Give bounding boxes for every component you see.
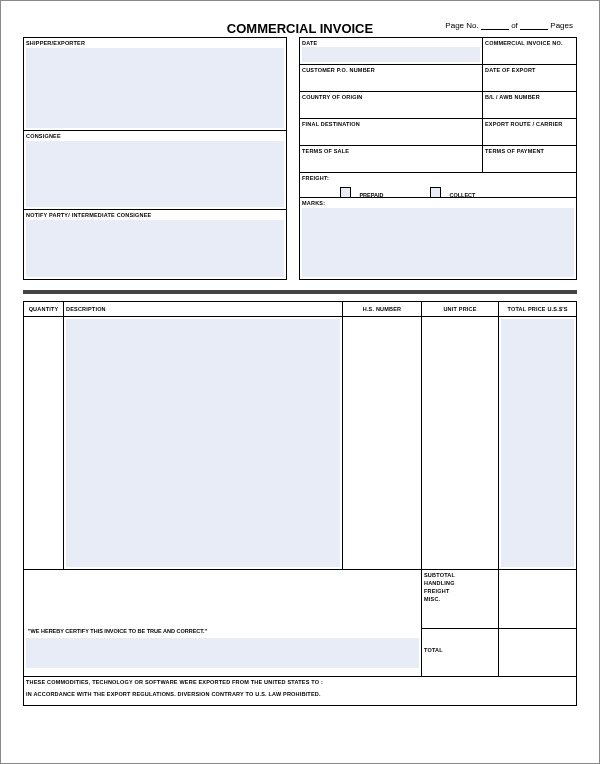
description-fill[interactable]	[66, 319, 340, 567]
marks-label: MARKS:	[300, 198, 576, 206]
freight-label: FREIGHT:	[300, 173, 576, 181]
handling-label: HANDLING	[422, 578, 498, 586]
unit-price-body[interactable]	[421, 316, 499, 570]
terms-payment-box: TERMS OF PAYMENT	[482, 145, 577, 173]
unit-price-label: UNIT PRICE	[422, 302, 498, 312]
section-divider	[23, 290, 577, 294]
terms-sale-box: TERMS OF SALE	[299, 145, 483, 173]
invoice-no-label: COMMERCIAL INVOICE NO.	[483, 38, 576, 46]
invoice-sheet: COMMERCIAL INVOICE Page No. of Pages SHI…	[23, 21, 577, 743]
of-label: of	[511, 21, 518, 30]
document-page: COMMERCIAL INVOICE Page No. of Pages SHI…	[0, 0, 600, 764]
terms-payment-label: TERMS OF PAYMENT	[483, 146, 576, 154]
disclaimer-line2: IN ACCORDANCE WITH THE EXPORT REGULATION…	[24, 685, 576, 697]
disclaimer-box: THESE COMMODITIES, TECHNOLOGY OR SOFTWAR…	[23, 676, 577, 706]
pages-label: Pages	[550, 21, 573, 30]
shipper-exporter-field[interactable]	[26, 48, 284, 128]
page-no-label: Page No.	[445, 21, 478, 30]
page-number: Page No. of Pages	[445, 21, 573, 30]
totals-values-box[interactable]	[498, 569, 577, 629]
disclaimer-line1: THESE COMMODITIES, TECHNOLOGY OR SOFTWAR…	[24, 677, 576, 685]
consignee-box: CONSIGNEE	[23, 130, 287, 210]
freight-box: FREIGHT: PREPAID COLLECT	[299, 172, 577, 198]
customer-po-box: CUSTOMER P.O. NUMBER	[299, 64, 483, 92]
marks-field[interactable]	[302, 208, 574, 277]
col-total-price: TOTAL PRICE U.S.$'S	[498, 301, 577, 317]
total-value-box[interactable]	[498, 628, 577, 677]
country-origin-label: COUNTRY OF ORIGIN	[300, 92, 482, 100]
certify-box: "WE HEREBY CERTIFY THIS INVOICE TO BE TR…	[23, 569, 422, 677]
notify-party-field[interactable]	[26, 220, 284, 277]
date-box: DATE	[299, 37, 483, 65]
total-price-fill[interactable]	[501, 319, 574, 567]
description-label: DESCRIPTION	[64, 302, 342, 312]
final-dest-label: FINAL DESTINATION	[300, 119, 482, 127]
shipper-exporter-label: SHIPPER/EXPORTER	[24, 38, 286, 46]
totals-labels-box: SUBTOTAL HANDLING FREIGHT MISC.	[421, 569, 499, 629]
notify-party-box: NOTIFY PARTY/ INTERMEDIATE CONSIGNEE	[23, 209, 287, 280]
page-no-blank[interactable]	[481, 21, 509, 30]
description-body[interactable]	[63, 316, 343, 570]
final-dest-box: FINAL DESTINATION	[299, 118, 483, 146]
invoice-no-box: COMMERCIAL INVOICE NO.	[482, 37, 577, 65]
hs-body[interactable]	[342, 316, 422, 570]
country-origin-box: COUNTRY OF ORIGIN	[299, 91, 483, 119]
freight-total-label: FREIGHT	[422, 586, 498, 594]
notify-party-label: NOTIFY PARTY/ INTERMEDIATE CONSIGNEE	[24, 210, 286, 218]
consignee-label: CONSIGNEE	[24, 131, 286, 139]
date-label: DATE	[300, 38, 482, 46]
consignee-field[interactable]	[26, 141, 284, 207]
shipper-exporter-box: SHIPPER/EXPORTER	[23, 37, 287, 131]
signature-field[interactable]	[26, 638, 419, 668]
col-description: DESCRIPTION	[63, 301, 343, 317]
terms-sale-label: TERMS OF SALE	[300, 146, 482, 154]
col-unit-price: UNIT PRICE	[421, 301, 499, 317]
export-route-box: EXPORT ROUTE / CARRIER	[482, 118, 577, 146]
hs-number-label: H.S. NUMBER	[343, 302, 421, 312]
subtotal-label: SUBTOTAL	[422, 570, 498, 578]
total-price-body[interactable]	[498, 316, 577, 570]
marks-box: MARKS:	[299, 197, 577, 280]
quantity-body[interactable]	[23, 316, 64, 570]
pages-blank[interactable]	[520, 21, 548, 30]
export-route-label: EXPORT ROUTE / CARRIER	[483, 119, 576, 127]
misc-label: MISC.	[422, 594, 498, 602]
bl-awb-label: B/L / AWB NUMBER	[483, 92, 576, 100]
customer-po-label: CUSTOMER P.O. NUMBER	[300, 65, 482, 73]
certify-text: "WE HEREBY CERTIFY THIS INVOICE TO BE TR…	[28, 628, 207, 634]
date-export-box: DATE OF EXPORT	[482, 64, 577, 92]
total-price-label: TOTAL PRICE U.S.$'S	[499, 302, 576, 312]
col-quantity: QUANTITY	[23, 301, 64, 317]
bl-awb-box: B/L / AWB NUMBER	[482, 91, 577, 119]
date-export-label: DATE OF EXPORT	[483, 65, 576, 73]
quantity-label: QUANTITY	[24, 302, 63, 312]
date-field[interactable]	[302, 47, 480, 62]
col-hs-number: H.S. NUMBER	[342, 301, 422, 317]
total-label-box: TOTAL	[421, 628, 499, 677]
total-label: TOTAL	[422, 629, 498, 653]
